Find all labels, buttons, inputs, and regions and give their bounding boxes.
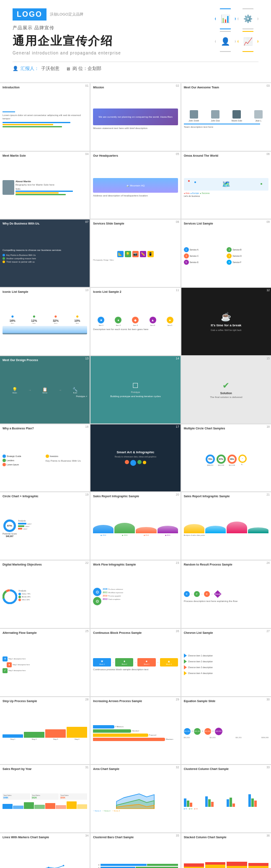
team-avatars: John Smith John Doe Martin Sole Jean L xyxy=(184,110,268,122)
iconic2-desc: Description text for each iconic list it… xyxy=(93,328,178,331)
slide-num-27: 27 xyxy=(266,630,270,633)
inc-arrows-list: V Minimum Standard Proposed Maximum xyxy=(93,725,178,741)
slide-num-15: 15 xyxy=(266,357,270,360)
slide-04: 04 Meet Martin Sole About Martin Biograp… xyxy=(0,152,90,219)
slide-title-04: Meet Martin Sole xyxy=(3,154,87,158)
services-list-grid: 1 Service A 2 Service B 3 Service C 4 Se… xyxy=(184,247,268,265)
slide-23: 23 Work Flow Infographic Sample ⚙ ⚙ 2008… xyxy=(90,561,180,628)
area-chart-svg xyxy=(93,790,178,809)
slide-body-33: ■ S1 ■ S2 ■ S3 xyxy=(184,772,268,830)
slide-20: 20 Sales Report Infographic Sample ◆ 201… xyxy=(90,492,180,560)
slide-body-15: ✔ Solution The final solution is deliver… xyxy=(184,359,268,421)
slide-body-31: Total Sales $48K Total Sales $62K Total … xyxy=(3,772,87,830)
slide-body-18: 75% $98,413 87% $41,250 35% $12,100 ~ $.… xyxy=(184,431,268,489)
solution-desc: The final solution is delivered xyxy=(210,395,242,399)
slide-title-18: Multiple Circle Chart Samples xyxy=(184,427,268,430)
sales-year-stats: Total Sales $48K Total Sales $62K Total … xyxy=(3,793,87,800)
clustered-bars-chart: A B C D xyxy=(93,864,178,868)
eq-labels: $11,311$11,311$11,311$310,200 xyxy=(184,736,268,739)
sales-analysis-2: Analysis of sales data points xyxy=(184,534,268,536)
slide-title-01: Introduction xyxy=(3,86,87,89)
slide-body-12: ☕ It's time for a break Grab a coffee. W… xyxy=(184,290,268,353)
slide-num-26: 26 xyxy=(176,630,179,633)
slide-title-09: Services List Sample xyxy=(184,222,268,225)
slides-grid: 01 Introduction Lorem ipsum dolor sit am… xyxy=(0,83,271,868)
slide-body-36: ■ Design ■ Video ■ Other xyxy=(184,840,268,868)
smart-art-desc: Ready to showcase data, ideas and graphi… xyxy=(115,455,157,458)
donut-charts: 75% $98,413 87% $41,250 35% $12,100 ~ $.… xyxy=(184,455,268,466)
slide-body-04: About Martin Biography text for Martin S… xyxy=(3,159,87,216)
slide-body-19: 87% Potential Score $48,007 Analysis Lab… xyxy=(3,500,87,557)
slide-num-21: 21 xyxy=(266,493,270,496)
slide-title-02: Mission xyxy=(93,86,178,89)
slide-25: 25 Alternating Flow Sample ☀ Step 1 desc… xyxy=(0,629,90,696)
slide-body-17: Smart Art & Infographic Ready to showcas… xyxy=(93,427,178,489)
hq-text: Address and description of headquarters … xyxy=(93,194,178,197)
slide-body-11: ★ Item 1 ♦ Item 2 ◆ Item 3 ▲ Item 4 ● xyxy=(93,295,178,353)
slide-body-29: V Minimum Standard Proposed Maximum xyxy=(93,704,178,762)
slide-num-23: 23 xyxy=(176,561,179,564)
step-up-bars: Step 1 Step 2 Step 3 Step 4 xyxy=(3,726,87,740)
slide-num-20: 20 xyxy=(176,493,179,496)
slide-33: 33 Clustered Column Chart Sample xyxy=(181,765,271,832)
slide-body-24: R → P → R → Result Process description t… xyxy=(184,568,268,625)
logo-subtitle: 沃创LOGO定义品牌 xyxy=(50,12,83,17)
slide-title-23: Work Flow Infographic Sample xyxy=(93,563,178,566)
smart-art-title: Smart Art & Infographic xyxy=(115,450,157,454)
services-labels: Photography Design Video xyxy=(93,259,178,261)
slide-36: 36 Stacked Column Chart Sample xyxy=(181,833,271,868)
slide-num-05: 05 xyxy=(176,152,179,155)
slide-body-09: 1 Service A 2 Service B 3 Service C 4 Se… xyxy=(184,227,268,284)
slide-title-13: Meet Our Design Process xyxy=(3,359,87,362)
slide-13: 13 Meet Our Design Process 💡 Ideate → 📋 … xyxy=(0,356,90,424)
slide-body-01: Lorem ipsum dolor sit amet consectetur a… xyxy=(3,90,87,148)
slide-body-30: $11,311 + $11,311 + $11,311 = $33,993 $1… xyxy=(184,704,268,762)
slide-body-07: Compelling reasons to choose our busines… xyxy=(3,227,87,284)
slide-21: 21 Sales Report Infographic Sample Analy… xyxy=(181,492,271,560)
slide-num-08: 08 xyxy=(176,220,179,223)
random-result-flow: R → P → R → Result xyxy=(184,590,268,598)
hq-img: 🏔️ Mountain HQ xyxy=(93,178,178,193)
slide-35: 35 Clustered Bars Chart Sample A B C xyxy=(90,833,180,868)
slide-09: 09 Services List Sample 1 Service A 2 Se… xyxy=(181,220,271,287)
slide-num-31: 31 xyxy=(85,766,89,769)
slide-05: 05 Our Headquarters 🏔️ Mountain HQ Addre… xyxy=(90,152,180,219)
slide-num-29: 29 xyxy=(176,698,179,701)
break-emoji: ☕ xyxy=(211,312,242,322)
slide-16: 16 Why a Business Plan? Strategic Guide … xyxy=(0,424,90,492)
slide-body-02: We are currently not planning on conquer… xyxy=(93,90,178,148)
slide-31: 31 Sales Report by Year Total Sales $48K… xyxy=(0,765,90,832)
sales-year-bars xyxy=(3,801,87,809)
chevron-3: Chevron item 3 description xyxy=(184,665,268,669)
services-icons: 📐 💡 📷 ✏️ 📱 xyxy=(93,251,178,257)
slide-num-28: 28 xyxy=(85,698,89,701)
slide-body-16: Strategic Guide Lenders Lorem Ipsum Inve… xyxy=(3,431,87,489)
hex-icon-4: 📈 xyxy=(237,31,258,52)
slide-02: 02 Mission We are currently not planning… xyxy=(90,83,180,151)
slide-num-06: 06 xyxy=(266,152,270,155)
slide-num-03: 03 xyxy=(266,84,270,87)
slide-10: 10 Iconic List Sample ● 16% Item ● 12% I… xyxy=(0,288,90,355)
chevron-2: Chevron item 2 description xyxy=(184,659,268,664)
slide-title-26: Continuous Block Process Sample xyxy=(93,631,178,635)
slide-title-03: Meet Our Awesome Team xyxy=(184,86,268,89)
slide-num-13: 13 xyxy=(85,357,89,360)
cont-block-desc: Continuous process block sample descript… xyxy=(93,668,178,671)
slide-text-01: Lorem ipsum dolor sit amet consectetur a… xyxy=(3,114,87,121)
slide-title-34: Lines With Markers Chart Sample xyxy=(3,836,87,839)
slide-title-05: Our Headquarters xyxy=(93,154,178,158)
slide-body-22: Analysis Online 70% Mobile 20% Other 10% xyxy=(3,568,87,625)
slide-15: 15 ✔ Solution The final solution is deli… xyxy=(181,356,271,424)
slide-body-06: 🗺️ ● Asia ● Europe ● Success Let's do bu… xyxy=(184,159,268,216)
alt-flow-items: ☀ Step 1 description here ♦ Step 2 descr… xyxy=(3,656,87,673)
slide-num-19: 19 xyxy=(85,493,89,496)
lines-markers-svg xyxy=(3,860,87,868)
slide-18: 18 Multiple Circle Chart Samples 75% $98… xyxy=(181,424,271,492)
cont-block-flow: ★ Block 1 → ♦ Block 2 → ● Block 3 → ▲ Bl… xyxy=(93,658,178,666)
slide-body-10: ● 16% Item ● 12% Item ● 32% Item ● 10% xyxy=(3,295,87,353)
chevron-4: Chevron item 4 description xyxy=(184,671,268,675)
slide-title-33: Clustered Column Chart Sample xyxy=(184,767,268,771)
slide-num-33: 33 xyxy=(266,766,270,769)
slide-17: 17 Smart Art & Infographic Ready to show… xyxy=(90,424,180,492)
slide-num-09: 09 xyxy=(266,220,270,223)
